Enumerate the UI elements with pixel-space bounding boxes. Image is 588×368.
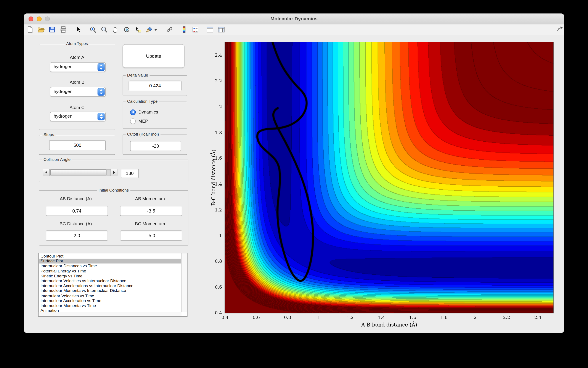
x-tick-label: 0.4 — [221, 315, 228, 320]
delta-value-field[interactable] — [129, 81, 181, 91]
collision-angle-panel: Collision Angle — [39, 160, 188, 182]
pes-contour-plot-canvas[interactable] — [225, 42, 553, 313]
rotate-3d-icon[interactable] — [123, 26, 131, 34]
titlebar[interactable]: Molecular Dynamics — [24, 13, 564, 24]
x-tick-label: 2 — [474, 315, 476, 320]
list-item[interactable]: Kinetic Energy vs Time — [39, 274, 181, 278]
atom-c-dropdown[interactable]: hydrogen — [50, 112, 106, 121]
list-item[interactable]: Potential Energy vs Time — [39, 268, 181, 274]
stage: Molecular Dynamics — [0, 0, 588, 368]
atom-c-value: hydrogen — [54, 113, 73, 119]
brush-dropdown-icon[interactable] — [154, 29, 157, 31]
slider-thumb[interactable] — [50, 169, 106, 175]
link-plot-icon[interactable] — [165, 26, 174, 34]
x-tick-label: 1.4 — [378, 315, 385, 320]
zoom-out-icon[interactable] — [100, 26, 108, 34]
radio-dynamics-icon[interactable] — [130, 109, 136, 115]
list-item[interactable]: Internuclear Momenta vs Internuclear Dis… — [39, 288, 181, 294]
list-item[interactable]: Internuclear Accelerations vs Internucle… — [39, 284, 181, 288]
listbox-horizontal-scrollbar[interactable] — [39, 312, 181, 316]
atom-b-dropdown[interactable]: hydrogen — [50, 87, 106, 97]
list-item[interactable]: Internuclear Momenta vs Time — [39, 303, 181, 308]
popup-stepper-icon — [98, 113, 105, 120]
x-axis-label: A-B bond distance (Å) — [361, 322, 417, 328]
list-item[interactable]: Internuclear Distances vs Time — [39, 264, 181, 268]
collision-angle-field[interactable] — [121, 169, 139, 178]
y-tick-label: 0.4 — [205, 310, 222, 315]
calculation-type-title: Calculation Type — [126, 99, 159, 104]
plot-type-listbox[interactable]: Contour Plot Surface Plot Internuclear D… — [38, 253, 187, 317]
cutoff-panel: Cutoff (Kcal/ mol) — [123, 135, 187, 155]
pan-hand-icon[interactable] — [112, 26, 120, 34]
radio-mep-label: MEP — [139, 119, 148, 124]
list-item[interactable]: Internuclear Velocities vs Internuclear … — [39, 278, 181, 284]
x-tick-label: 0.8 — [284, 315, 291, 320]
list-item[interactable]: Contour Plot — [39, 254, 181, 259]
collision-angle-title: Collision Angle — [42, 157, 72, 162]
y-tick-label: 1 — [205, 233, 222, 238]
listbox-vertical-scrollbar[interactable] — [181, 253, 187, 312]
list-item[interactable]: Internuclear Acceleration vs Time — [39, 298, 181, 303]
slider-left-arrow[interactable] — [43, 169, 49, 176]
atom-a-dropdown[interactable]: hydrogen — [50, 62, 106, 72]
slider-track[interactable] — [49, 169, 111, 176]
delta-value-title: Delta Value — [126, 73, 150, 77]
x-tick-label: 1.6 — [409, 315, 416, 320]
update-button[interactable]: Update — [123, 44, 185, 68]
ab-distance-field[interactable] — [46, 206, 108, 216]
list-item[interactable]: Internulear Velocities vs Time — [39, 293, 181, 298]
popup-stepper-icon — [98, 63, 105, 71]
popup-stepper-icon — [98, 88, 105, 96]
collision-angle-slider[interactable] — [43, 169, 117, 176]
dock-figure-icon[interactable] — [556, 26, 564, 34]
print-icon[interactable] — [59, 26, 67, 34]
delta-value-panel: Delta Value — [123, 75, 187, 96]
x-tick-label: 1.8 — [440, 315, 448, 320]
x-tick-label: 2.4 — [534, 315, 541, 320]
atom-b-value: hydrogen — [54, 89, 73, 94]
x-tick-label: 1 — [317, 315, 320, 320]
cutoff-title: Cutoff (Kcal/ mol) — [126, 132, 160, 137]
steps-panel: Steps — [39, 135, 115, 155]
radio-mep[interactable]: MEP — [130, 118, 148, 124]
insert-colorbar-icon[interactable] — [180, 26, 188, 34]
radio-dynamics[interactable]: Dynamics — [130, 109, 158, 115]
steps-field[interactable] — [49, 140, 106, 150]
save-icon[interactable] — [48, 26, 56, 34]
hide-plot-tools-icon[interactable] — [206, 26, 214, 34]
initial-conditions-title: Initial Conditions — [97, 188, 130, 192]
atom-a-label: Atom A — [39, 55, 115, 60]
insert-legend-icon[interactable] — [191, 26, 199, 34]
open-file-icon[interactable] — [37, 26, 45, 34]
atom-types-title: Atom Types — [65, 41, 89, 46]
data-cursor-icon[interactable] — [134, 26, 142, 34]
bc-momentum-field[interactable] — [120, 230, 182, 241]
radio-mep-icon[interactable] — [130, 118, 136, 124]
list-item[interactable]: Surface Plot — [39, 258, 181, 264]
slider-right-arrow[interactable] — [111, 169, 117, 176]
ab-distance-label: AB Distance (A) — [46, 196, 106, 201]
y-tick-label: 0.6 — [205, 285, 222, 290]
show-plot-tools-icon[interactable] — [217, 26, 225, 34]
ab-momentum-field[interactable] — [120, 206, 182, 216]
y-axis-label: B-C bond distance (Å) — [210, 150, 216, 206]
x-tick-label: 0.6 — [253, 315, 260, 320]
atom-a-value: hydrogen — [54, 64, 73, 69]
y-tick-label: 2 — [205, 104, 222, 110]
list-item[interactable]: Animation — [39, 308, 181, 312]
brush-icon[interactable] — [145, 26, 153, 34]
edit-plot-pointer-icon[interactable] — [74, 26, 83, 34]
y-tick-label: 2.4 — [205, 53, 222, 58]
bc-momentum-label: BC Momentum — [120, 221, 180, 226]
x-tick-label: 1.2 — [346, 315, 354, 320]
new-file-icon[interactable] — [26, 26, 34, 34]
bc-distance-field[interactable] — [46, 230, 108, 241]
radio-dynamics-label: Dynamics — [139, 110, 158, 115]
plot-type-list-items: Contour Plot Surface Plot Internuclear D… — [39, 254, 181, 312]
y-tick-label: 2.2 — [205, 78, 222, 84]
atom-types-panel: Atom Types Atom A hydrogen Atom B hydrog… — [39, 44, 115, 130]
cutoff-field[interactable] — [130, 141, 181, 151]
screen-background: Molecular Dynamics — [0, 0, 588, 368]
bc-distance-label: BC Distance (A) — [46, 221, 106, 226]
zoom-in-icon[interactable] — [89, 26, 97, 34]
